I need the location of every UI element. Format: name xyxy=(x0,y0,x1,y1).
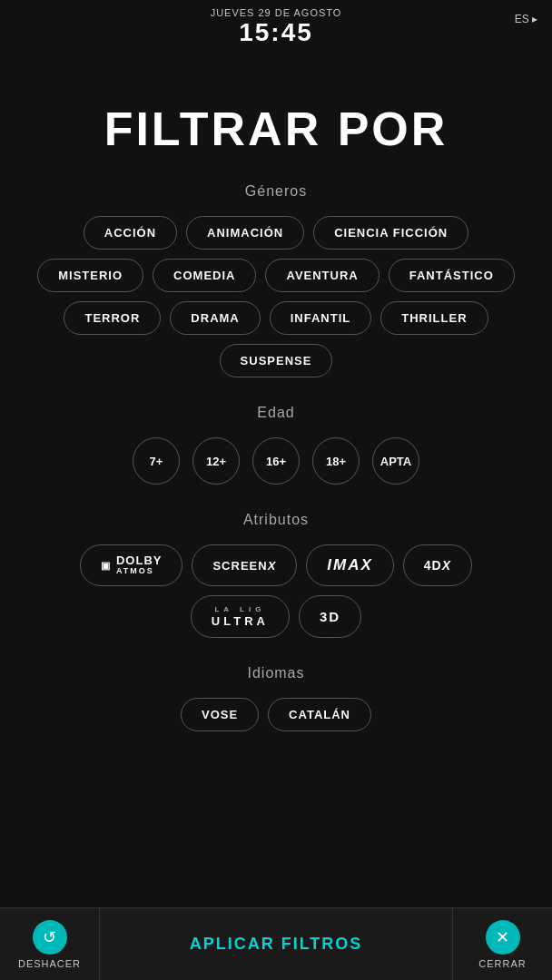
age-12plus[interactable]: 12+ xyxy=(192,437,240,485)
age-18plus[interactable]: 18+ xyxy=(312,437,360,485)
language-indicator[interactable]: ES ▸ xyxy=(515,13,537,25)
languages-pills: VOSE CATALÁN xyxy=(0,698,552,731)
undo-icon: ↺ xyxy=(33,920,67,955)
close-button[interactable]: ✕ CERRAR xyxy=(452,908,552,981)
genre-infantil[interactable]: INFANTIL xyxy=(270,301,372,335)
lang-vose[interactable]: VOSE xyxy=(181,698,259,731)
genre-accion[interactable]: ACCIÓN xyxy=(84,216,177,250)
age-apta[interactable]: APTA xyxy=(372,437,419,485)
age-7plus[interactable]: 7+ xyxy=(133,437,180,485)
undo-button[interactable]: ↺ DESHACER xyxy=(0,908,100,981)
attr-ultra[interactable]: LA LIG ULTRA xyxy=(191,595,290,638)
attr-imax[interactable]: IMAX xyxy=(306,544,394,586)
genres-section: Géneros ACCIÓN ANIMACIÓN CIENCIA FICCIÓN… xyxy=(0,183,552,377)
attributes-title: Atributos xyxy=(0,512,552,528)
genre-drama[interactable]: DRAMA xyxy=(170,301,260,335)
bottom-bar: ↺ DESHACER APLICAR FILTROS ✕ CERRAR xyxy=(0,907,552,980)
undo-label: DESHACER xyxy=(18,958,81,969)
attributes-pills: ▣ DOLBY ATMOS SCREENX IMAX 4DX LA LIG UL… xyxy=(0,544,552,638)
age-section: Edad 7+ 12+ 16+ 18+ APTA xyxy=(0,405,552,485)
languages-section: Idiomas VOSE CATALÁN xyxy=(0,665,552,731)
attributes-section: Atributos ▣ DOLBY ATMOS SCREENX IMAX 4DX… xyxy=(0,512,552,638)
genre-terror[interactable]: TERROR xyxy=(64,301,161,335)
page-title: FILTRAR POR xyxy=(0,102,552,156)
status-time: 15:45 xyxy=(211,18,342,47)
attr-4dx[interactable]: 4DX xyxy=(403,544,472,586)
genres-title: Géneros xyxy=(0,183,552,200)
genre-comedia[interactable]: COMEDIA xyxy=(153,259,256,292)
age-title: Edad xyxy=(0,405,552,421)
genres-pills: ACCIÓN ANIMACIÓN CIENCIA FICCIÓN MISTERI… xyxy=(0,216,552,377)
close-label: CERRAR xyxy=(478,958,526,969)
status-bar: JUEVES 29 DE AGOSTO 15:45 ES ▸ xyxy=(0,0,552,47)
age-pills: 7+ 12+ 16+ 18+ APTA xyxy=(0,437,552,485)
time-group: JUEVES 29 DE AGOSTO 15:45 xyxy=(211,7,342,47)
genre-animacion[interactable]: ANIMACIÓN xyxy=(186,216,304,250)
genre-aventura[interactable]: AVENTURA xyxy=(265,259,379,292)
genre-ciencia-ficcion[interactable]: CIENCIA FICCIÓN xyxy=(313,216,468,250)
genre-fantastico[interactable]: FANTÁSTICO xyxy=(389,259,515,292)
status-date: JUEVES 29 DE AGOSTO xyxy=(211,7,342,18)
close-icon: ✕ xyxy=(486,920,520,955)
attr-screenx[interactable]: SCREENX xyxy=(192,544,297,586)
apply-filters-button[interactable]: APLICAR FILTROS xyxy=(100,908,452,981)
lang-catalan[interactable]: CATALÁN xyxy=(268,698,371,731)
dolby-icon: ▣ xyxy=(101,560,111,572)
languages-title: Idiomas xyxy=(0,665,552,681)
attr-dolby[interactable]: ▣ DOLBY ATMOS xyxy=(80,544,183,586)
age-16plus[interactable]: 16+ xyxy=(252,437,300,485)
attr-3d[interactable]: 3D xyxy=(299,595,361,638)
genre-suspense[interactable]: SUSPENSE xyxy=(220,344,333,377)
genre-misterio[interactable]: MISTERIO xyxy=(37,259,143,292)
genre-thriller[interactable]: THRILLER xyxy=(380,301,488,335)
